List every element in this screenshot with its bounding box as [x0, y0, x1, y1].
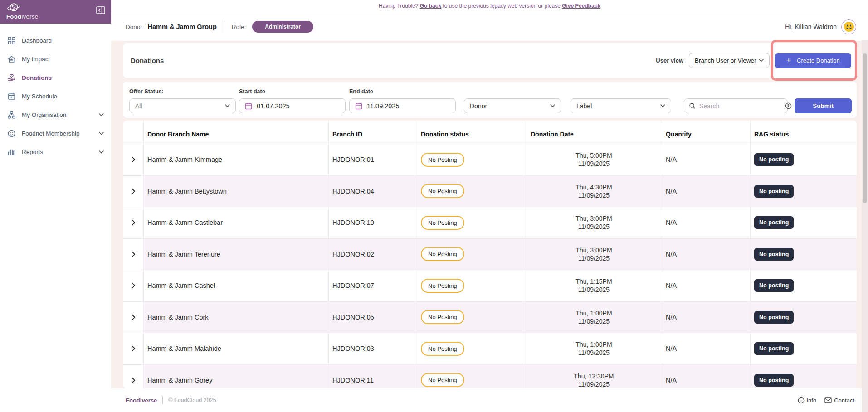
donation-status-pill: No Posting	[421, 216, 464, 230]
search-input[interactable]	[699, 102, 781, 110]
donation-date: 11/09/2025	[578, 191, 610, 199]
chevron-right-icon	[132, 377, 136, 383]
donor-branch-name: Hamm & Jamm Cork	[144, 302, 329, 334]
row-expander[interactable]	[123, 302, 144, 334]
row-expander[interactable]	[123, 333, 144, 365]
donation-time: Thu, 12:30PM	[574, 372, 614, 380]
sidebar-item-label: Foodnet Membership	[22, 130, 80, 137]
row-expander[interactable]	[123, 239, 144, 271]
donation-status-pill: No Posting	[421, 373, 464, 387]
topbar: Donor: Hamm & Jamm Group Role: Administr…	[111, 13, 868, 41]
column-header-quantity: Quantity	[662, 121, 751, 144]
collapse-sidebar-icon[interactable]	[96, 6, 105, 14]
branch-id: HJDONOR:10	[329, 207, 417, 239]
donation-time: Thu, 1:15PM	[575, 277, 612, 286]
sidebar-item-dashboard[interactable]: Dashboard	[0, 31, 111, 50]
info-icon[interactable]	[785, 102, 792, 109]
donor-branch-name: Hamm & Jamm Bettystown	[144, 176, 329, 208]
rag-status-cell: No posting	[751, 365, 857, 389]
scrollbar-track[interactable]	[862, 40, 868, 412]
row-expander[interactable]	[123, 365, 144, 389]
avatar[interactable]	[841, 19, 856, 34]
table-row[interactable]: Hamm & Jamm Kimmage HJDONOR:01 No Postin…	[123, 144, 857, 176]
donation-status-pill: No Posting	[421, 184, 464, 198]
rag-status-cell: No posting	[751, 176, 857, 208]
rag-status-badge: No posting	[754, 311, 794, 324]
info-link[interactable]: Info	[798, 397, 817, 404]
start-date-value: 01.07.2025	[257, 102, 290, 110]
rag-status-cell: No posting	[751, 239, 857, 271]
footer-copyright: © FoodCloud 2025	[168, 397, 216, 403]
table-row[interactable]: Hamm & Jamm Cashel HJDONOR:07 No Posting…	[123, 270, 857, 302]
end-date-input[interactable]: 11.09.2025	[349, 98, 456, 113]
chevron-right-icon	[132, 219, 136, 226]
scrollbar-thumb[interactable]	[863, 53, 867, 203]
sidebar-item-donations[interactable]: Donations	[0, 68, 111, 87]
content-area: Donations User view Branch User or Viewe…	[111, 41, 868, 412]
chevron-down-icon	[660, 104, 665, 107]
sidebar-item-foodnet-membership[interactable]: Foodnet Membership	[0, 124, 111, 143]
rag-status-badge: No posting	[754, 153, 794, 166]
table-row[interactable]: Hamm & Jamm Cork HJDONOR:05 No Posting T…	[123, 302, 857, 334]
row-expander[interactable]	[123, 144, 144, 176]
donation-status-cell: No Posting	[417, 365, 526, 389]
donation-date: 11/09/2025	[578, 380, 610, 388]
search-icon	[689, 102, 696, 109]
sidebar-nav: Dashboard My Impact Donations My Schedul…	[0, 24, 111, 161]
user-view-select[interactable]: Branch User or Viewer	[689, 53, 770, 68]
end-date-value: 11.09.2025	[367, 102, 400, 110]
donation-status-pill: No Posting	[421, 310, 464, 324]
quantity: N/A	[662, 302, 751, 334]
submit-button[interactable]: Submit	[795, 98, 852, 113]
filters-bar: Offer Status: All Start date 01.07.2025 …	[123, 82, 857, 118]
sidebar-item-reports[interactable]: Reports	[0, 143, 111, 161]
quantity: N/A	[662, 207, 751, 239]
table-row[interactable]: Hamm & Jamm Terenure HJDONOR:02 No Posti…	[123, 239, 857, 271]
sidebar-item-my-organisation[interactable]: My Organisation	[0, 106, 111, 124]
donation-date-cell: Thu, 5:00PM11/09/2025	[526, 144, 662, 176]
donations-icon	[7, 73, 16, 82]
offer-status-select[interactable]: All	[129, 98, 236, 113]
sidebar-item-label: My Impact	[22, 56, 50, 63]
table-row[interactable]: Hamm & Jamm Castlebar HJDONOR:10 No Post…	[123, 207, 857, 239]
sidebar-item-my-schedule[interactable]: My Schedule	[0, 87, 111, 106]
end-date-label: End date	[349, 88, 373, 95]
donation-time: Thu, 1:00PM	[575, 309, 612, 317]
sidebar-item-label: Donations	[22, 74, 52, 81]
donation-date-cell: Thu, 1:15PM11/09/2025	[526, 270, 662, 302]
rag-status-badge: No posting	[754, 248, 794, 261]
donation-time: Thu, 5:00PM	[575, 151, 612, 160]
foodnet-membership-icon	[7, 129, 16, 138]
table-row[interactable]: Hamm & Jamm Bettystown HJDONOR:04 No Pos…	[123, 176, 857, 208]
donation-status-pill: No Posting	[421, 247, 464, 261]
expander-header-cell	[123, 121, 144, 144]
divider	[162, 396, 163, 404]
donor-branch-name: Hamm & Jamm Cashel	[144, 270, 329, 302]
go-back-link[interactable]: Go back	[420, 3, 441, 9]
contact-link[interactable]: Contact	[824, 397, 854, 404]
row-expander[interactable]	[123, 176, 144, 208]
start-date-label: Start date	[239, 88, 265, 95]
row-expander[interactable]	[123, 207, 144, 239]
rag-status-cell: No posting	[751, 302, 857, 334]
column-header-rag-status: RAG status	[751, 121, 857, 144]
chevron-right-icon	[132, 314, 136, 320]
rag-status-cell: No posting	[751, 207, 857, 239]
chevron-right-icon	[132, 188, 136, 194]
user-greeting: Hi, Killian Waldron	[785, 23, 837, 30]
footer-brand: Foodiverse	[126, 397, 157, 404]
donor-select[interactable]: Donor	[464, 98, 561, 113]
chevron-down-icon	[550, 104, 555, 107]
rag-status-badge: No posting	[754, 342, 794, 355]
create-donation-button[interactable]: + Create Donation	[775, 53, 851, 68]
table-row[interactable]: Hamm & Jamm Malahide HJDONOR:03 No Posti…	[123, 333, 857, 365]
start-date-input[interactable]: 01.07.2025	[239, 98, 346, 113]
table-row[interactable]: Hamm & Jamm Gorey HJDONOR:11 No Posting …	[123, 365, 857, 389]
give-feedback-link[interactable]: Give Feedback	[562, 3, 600, 9]
my-impact-icon	[7, 55, 16, 64]
donation-status-cell: No Posting	[417, 176, 526, 208]
row-expander[interactable]	[123, 270, 144, 302]
sidebar-item-my-impact[interactable]: My Impact	[0, 50, 111, 68]
table-header-row: Donor Branch Name Branch ID Donation sta…	[123, 121, 857, 144]
label-select[interactable]: Label	[571, 98, 671, 113]
